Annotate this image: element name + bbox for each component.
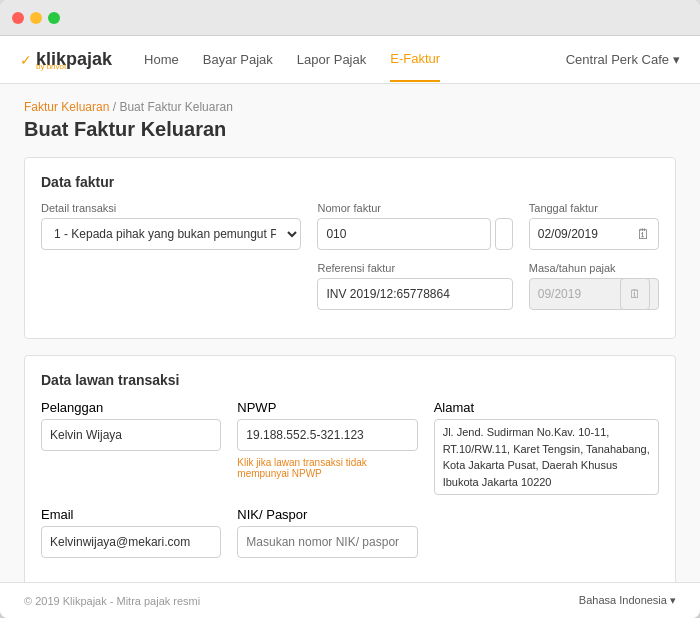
data-faktur-title: Data faktur (41, 174, 659, 190)
nik-label: NIK/ Paspor (237, 507, 417, 522)
nav-home[interactable]: Home (144, 38, 179, 81)
nav-bayar-pajak[interactable]: Bayar Pajak (203, 38, 273, 81)
tanggal-faktur-group: Tanggal faktur 🗓 (529, 202, 659, 250)
lawan-row-2: Email NIK/ Paspor (41, 507, 659, 558)
logo-check-icon: ✓ (20, 52, 32, 68)
alamat-group: Alamat Jl. Jend. Sudirman No.Kav. 10-11,… (434, 400, 659, 495)
npwp-group: NPWP Klik jika lawan transaksi tidak mem… (237, 400, 417, 495)
email-label: Email (41, 507, 221, 522)
logo: ✓ klikpajak by brivot (20, 49, 112, 71)
referensi-label: Referensi faktur (317, 262, 512, 274)
user-menu[interactable]: Central Perk Cafe ▾ (566, 52, 680, 67)
nomor-faktur-label: Nomor faktur (317, 202, 512, 214)
nik-group: NIK/ Paspor (237, 507, 417, 558)
traffic-lights (12, 12, 60, 24)
content-area: Faktur Keluaran / Buat Faktur Keluaran B… (0, 84, 700, 582)
npwp-label: NPWP (237, 400, 417, 415)
tanggal-date-input[interactable]: 🗓 (529, 218, 659, 250)
data-faktur-section: Data faktur Detail transaksi 1 - Kepada … (24, 157, 676, 339)
npwp-hint[interactable]: Klik jika lawan transaksi tidak mempunya… (237, 457, 417, 479)
nav-e-faktur[interactable]: E-Faktur (390, 37, 440, 82)
app-window: ✓ klikpajak by brivot Home Bayar Pajak L… (0, 0, 700, 618)
breadcrumb-link[interactable]: Faktur Keluaran (24, 100, 109, 114)
data-lawan-title: Data lawan transaksi (41, 372, 659, 388)
email-input[interactable] (41, 526, 221, 558)
pelanggan-input[interactable] (41, 419, 221, 451)
detail-transaksi-select[interactable]: 1 - Kepada pihak yang bukan pemungut PPN (41, 218, 301, 250)
pelanggan-group: Pelanggan (41, 400, 221, 495)
user-name: Central Perk Cafe (566, 52, 669, 67)
detail-transaksi-group: Detail transaksi 1 - Kepada pihak yang b… (41, 202, 301, 250)
faktur-row-1: Detail transaksi 1 - Kepada pihak yang b… (41, 202, 659, 250)
nomor-main-input[interactable] (495, 218, 513, 250)
masa-value: 09/2019 (538, 287, 581, 301)
masa-pajak-group: Masa/tahun pajak 09/2019 🗓 (529, 262, 659, 310)
faktur-row-2: Referensi faktur Masa/tahun pajak 09/201… (41, 262, 659, 310)
footer-left: © 2019 Klikpajak - Mitra pajak resmi (24, 595, 200, 607)
breadcrumb-current: Buat Faktur Keluaran (119, 100, 232, 114)
close-button[interactable] (12, 12, 24, 24)
dropdown-icon: ▾ (673, 52, 680, 67)
nomor-field (317, 218, 512, 250)
title-bar (0, 0, 700, 36)
alamat-spacer (434, 507, 659, 558)
language-selector[interactable]: Bahasa Indonesia ▾ (579, 594, 676, 607)
footer: © 2019 Klikpajak - Mitra pajak resmi Bah… (0, 582, 700, 618)
nomor-prefix-input[interactable] (317, 218, 490, 250)
masa-pajak-label: Masa/tahun pajak (529, 262, 659, 274)
tanggal-calendar-icon: 🗓 (628, 226, 658, 242)
breadcrumb: Faktur Keluaran / Buat Faktur Keluaran (24, 100, 676, 114)
referensi-input[interactable] (317, 278, 512, 310)
maximize-button[interactable] (48, 12, 60, 24)
alamat-label: Alamat (434, 400, 659, 415)
email-group: Email (41, 507, 221, 558)
minimize-button[interactable] (30, 12, 42, 24)
npwp-input[interactable] (237, 419, 417, 451)
tanggal-faktur-label: Tanggal faktur (529, 202, 659, 214)
lawan-row-1: Pelanggan NPWP Klik jika lawan transaksi… (41, 400, 659, 495)
page-title: Buat Faktur Keluaran (24, 118, 676, 141)
alamat-value: Jl. Jend. Sudirman No.Kav. 10-11, RT.10/… (434, 419, 659, 495)
navbar: ✓ klikpajak by brivot Home Bayar Pajak L… (0, 36, 700, 84)
nik-input[interactable] (237, 526, 417, 558)
nav-lapor-pajak[interactable]: Lapor Pajak (297, 38, 366, 81)
tanggal-input[interactable] (530, 219, 628, 249)
nomor-faktur-group: Nomor faktur (317, 202, 512, 250)
detail-transaksi-label: Detail transaksi (41, 202, 301, 214)
pelanggan-label: Pelanggan (41, 400, 221, 415)
data-lawan-section: Data lawan transaksi Pelanggan NPWP Klik… (24, 355, 676, 582)
masa-calendar-icon: 🗓 (620, 278, 650, 310)
logo-text-group: klikpajak by brivot (36, 49, 112, 71)
masa-input: 09/2019 🗓 (529, 278, 659, 310)
referensi-faktur-group: Referensi faktur (317, 262, 512, 310)
